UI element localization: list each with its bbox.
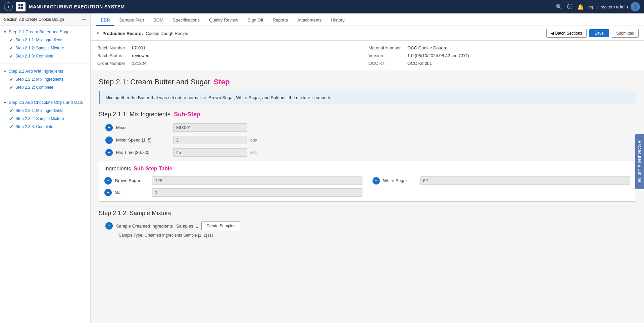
field-add-button-sample[interactable]: + (105, 222, 113, 230)
sidebar-group-header-1[interactable]: ▼ Step 2.1 Cream Butter and Sugar (0, 28, 90, 36)
ingredients-section-label: Ingredients (104, 166, 131, 172)
content-header: ▼ Production Record: Cookie Dough Recipe… (91, 26, 644, 41)
create-samples-button[interactable]: Create Samples (201, 221, 240, 230)
field-add-button-mix-time[interactable]: + (105, 149, 113, 156)
page-content: ▼ Production Record: Cookie Dough Recipe… (91, 26, 644, 323)
sidebar-group-3: ▼ Step 2.3 Add Chocolate Chips and Oats … (0, 96, 90, 133)
order-number-label: Order Number (97, 61, 125, 66)
batch-sections-button[interactable]: ◀ Batch Sections (546, 29, 587, 38)
tab-reports[interactable]: Reports (268, 15, 293, 26)
help-icon[interactable]: ⓘ (567, 3, 573, 10)
sidebar-group-header-2[interactable]: ▼ Step 2.2 Add Wet Ingredients (0, 67, 90, 75)
user-avatar[interactable]: 👤 (631, 2, 640, 11)
sidebar-item-label-233: Step 2.3.3: Complete (15, 124, 53, 129)
language-selector[interactable]: esp (587, 4, 594, 9)
field-add-button-mixer-speed[interactable]: + (105, 136, 113, 144)
bell-icon[interactable]: 🔔 (577, 4, 584, 10)
save-button[interactable]: Save (589, 29, 609, 37)
sample-row: + Sample Creamed Ingredients Samples: 1 … (99, 221, 636, 230)
field-add-button-white-sugar[interactable]: + (373, 177, 380, 185)
user-section: esp | system admin 👤 (587, 2, 640, 11)
step-instruction: Mix together the Butter that was set out… (99, 91, 636, 104)
sidebar-item-233[interactable]: ✔ Step 2.3.3: Complete (0, 123, 90, 131)
ingredients-table-section: Ingredients Sub-Step Table + Brown Sugar… (99, 161, 636, 202)
tab-specifications[interactable]: Specifications (168, 15, 204, 26)
ingredient-input-brown-sugar[interactable] (152, 176, 362, 185)
sidebar-item-213[interactable]: ✔ Step 2.1.3: Complete (0, 52, 90, 60)
check-icon: ✔ (9, 124, 13, 129)
search-icon[interactable]: 🔍 (556, 4, 562, 10)
step-badge: Step (214, 78, 230, 86)
sidebar-group-1: ▼ Step 2.1 Cream Butter and Sugar ✔ Step… (0, 26, 90, 62)
sidebar-item-232[interactable]: ✔ Step 2.3.2: Sample Mixture (0, 115, 90, 123)
tab-ebr[interactable]: EBR (96, 15, 114, 26)
substep-211-title: Step 2.1.1: Mix Ingredients Sub-Step (99, 111, 636, 118)
field-add-button-brown-sugar[interactable]: + (104, 177, 112, 185)
sample-type-text: Sample Type: Creamed Ingredients Sample … (99, 233, 636, 238)
sidebar-divider-1 (0, 64, 90, 64)
sidebar-header: Section 2.0 Create Cookie Dough ↦ (0, 13, 90, 26)
sidebar-item-label-231: Step 2.3.1: Mix Ingredients (15, 108, 63, 113)
ingredient-label-white-sugar: White Sugar (383, 178, 417, 183)
batch-status-label: Batch Status (97, 53, 125, 58)
sidebar-group-2: ▼ Step 2.2 Add Wet Ingredients ✔ Step 2.… (0, 65, 90, 93)
check-icon: ✔ (9, 37, 13, 43)
sidebar-item-211[interactable]: ✔ Step 2.1.1: Mix Ingredients (0, 36, 90, 44)
sidebar-item-label-221: Step 2.2.1: Mix Ingredients (15, 77, 63, 82)
check-icon: ✔ (9, 77, 13, 82)
sidebar-item-212[interactable]: ✔ Step 2.1.2: Sample Mixture (0, 44, 90, 52)
tab-history[interactable]: History (326, 15, 349, 26)
check-icon: ✔ (9, 108, 13, 113)
ingredient-input-white-sugar[interactable] (420, 176, 631, 185)
ingredient-input-salt[interactable] (152, 188, 362, 197)
back-button[interactable]: ‹ (4, 2, 13, 11)
tab-quality-review[interactable]: Quality Review (204, 15, 243, 26)
tab-sign-off[interactable]: Sign Off (243, 15, 268, 26)
step-21-title: Step 2.1: Cream Butter and Sugar Step (99, 78, 636, 86)
ingredients-table-title: Ingredients Sub-Step Table (104, 166, 630, 172)
field-row-mixer-speed: + Mixer Speed [1..5] bps (99, 136, 636, 144)
ingredient-label-salt: Salt (115, 190, 149, 195)
field-unit-mix-time: sec (250, 150, 257, 155)
version-value: 1.0 (08/10/2024 08:42 am CDT) (407, 53, 637, 58)
batch-sections-label: Batch Sections (555, 31, 582, 36)
top-nav: ‹ MANUFACTURING EXECUTION SYSTEM 🔍 ⓘ 🔔 e… (0, 0, 644, 13)
back-icon: ◀ (551, 31, 554, 36)
tab-attachments[interactable]: Attachments (293, 15, 326, 26)
sidebar-item-231[interactable]: ✔ Step 2.3.1: Mix Ingredients (0, 107, 90, 115)
sidebar-group-header-3[interactable]: ▼ Step 2.3 Add Chocolate Chips and Oats (0, 98, 90, 107)
sidebar-collapse-button[interactable]: ↦ (82, 17, 86, 22)
tab-bar: EBR Sample Plan BOM Specifications Quali… (91, 13, 644, 26)
nav-icons: 🔍 ⓘ 🔔 (556, 3, 584, 10)
tab-sample-plan[interactable]: Sample Plan (114, 15, 149, 26)
occ-kit-value: OCC Kit 001 (407, 61, 637, 66)
ingredient-row-white-sugar: + White Sugar (373, 176, 631, 185)
submitted-button[interactable]: Submitted (612, 29, 639, 38)
production-record-label: Production Record: (102, 31, 143, 36)
step-212-title: Step 2.1.2: Sample Mixture (99, 210, 636, 217)
sidebar-item-label-232: Step 2.3.2: Sample Mixture (15, 116, 64, 121)
right-sidebar-toggle[interactable]: Procedures & Outline (635, 134, 644, 189)
sidebar-item-label-212: Step 2.1.2: Sample Mixture (15, 46, 64, 50)
material-number-label: Material Number (368, 45, 401, 50)
field-input-mixer[interactable] (173, 123, 247, 132)
check-icon: ✔ (9, 45, 13, 51)
material-number-value: OCC Cookie Dough (407, 45, 637, 50)
sidebar-item-221[interactable]: ✔ Step 2.2.1: Mix Ingredients (0, 75, 90, 83)
field-input-mix-time[interactable] (173, 148, 247, 157)
field-add-button-mixer[interactable]: + (105, 124, 113, 131)
tab-bom[interactable]: BOM (149, 15, 168, 26)
sidebar-item-label-222: Step 2.2.2: Complete (15, 85, 53, 90)
step-212-section: Step 2.1.2: Sample Mixture + Sample Crea… (99, 210, 636, 238)
sidebar-item-label-211: Step 2.1.1: Mix Ingredients (15, 38, 63, 42)
sidebar-group-label-3: Step 2.3 Add Chocolate Chips and Oats (9, 100, 83, 105)
sidebar-item-222[interactable]: ✔ Step 2.2.2: Complete (0, 83, 90, 91)
app-title: MANUFACTURING EXECUTION SYSTEM (29, 4, 552, 9)
sidebar-group-label-2: Step 2.2 Add Wet Ingredients (9, 69, 63, 74)
field-input-mixer-speed[interactable] (173, 136, 247, 144)
sidebar-item-label-213: Step 2.1.3: Complete (15, 54, 53, 58)
ingredient-row-brown-sugar: + Brown Sugar (104, 176, 362, 185)
ingredient-row-salt: + Salt (104, 188, 362, 197)
field-add-button-salt[interactable]: + (104, 189, 112, 196)
field-row-mix-time: + Mix Time [30..60] sec (99, 148, 636, 157)
